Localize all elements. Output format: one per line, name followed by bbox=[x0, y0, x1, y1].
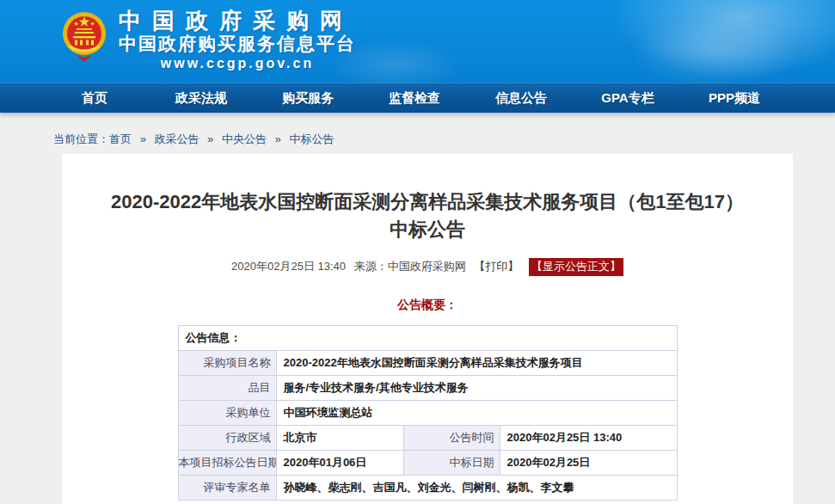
site-header: 中国政府采购网 中国政府购买服务信息平台 www.ccgp.gov.cn bbox=[0, 0, 835, 83]
nav-item-home[interactable]: 首页 bbox=[41, 90, 148, 107]
row-value: 北京市 bbox=[276, 426, 403, 451]
table-row: 公告信息： bbox=[178, 326, 677, 351]
site-text: 中国政府采购网 中国政府购买服务信息平台 www.ccgp.gov.cn bbox=[119, 9, 356, 73]
row-value: 服务/专业技术服务/其他专业技术服务 bbox=[276, 376, 677, 401]
row-value: 2020年01月06日 bbox=[276, 451, 403, 476]
breadcrumb-separator: » bbox=[207, 132, 213, 145]
nav-item-gpa[interactable]: GPA专栏 bbox=[574, 90, 681, 107]
nav-item-ppp[interactable]: PPP频道 bbox=[681, 90, 788, 107]
table-row: 采购项目名称 2020-2022年地表水国控断面采测分离样品采集技术服务项目 bbox=[178, 351, 677, 376]
table-row: 行政区域 北京市 公告时间 2020年02月25日 13:40 bbox=[178, 426, 677, 451]
breadcrumb: 当前位置：首页 » 政采公告 » 中央公告 » 中标公告 bbox=[0, 113, 835, 154]
site-url: www.ccgp.gov.cn bbox=[119, 54, 356, 73]
nav-item-supervision[interactable]: 监督检查 bbox=[361, 90, 468, 107]
article-meta: 2020年02月25日 13:40 来源：中国政府采购网 【打印】 【显示公告正… bbox=[62, 258, 793, 276]
breadcrumb-prefix: 当前位置： bbox=[53, 132, 109, 145]
site-title: 中国政府采购网 bbox=[119, 9, 356, 33]
show-full-notice-button[interactable]: 【显示公告正文】 bbox=[529, 258, 623, 276]
row-label: 采购项目名称 bbox=[178, 351, 276, 376]
row-label: 本项目招标公告日期 bbox=[178, 451, 276, 476]
row-value: 2020年02月25日 13:40 bbox=[500, 426, 677, 451]
print-button[interactable]: 【打印】 bbox=[474, 260, 519, 273]
row-value: 中国环境监测总站 bbox=[276, 401, 677, 426]
nav-item-regulations[interactable]: 政采法规 bbox=[148, 90, 255, 107]
row-label: 中标日期 bbox=[403, 451, 500, 476]
breadcrumb-separator: » bbox=[275, 132, 281, 145]
site-logo[interactable]: 中国政府采购网 中国政府购买服务信息平台 www.ccgp.gov.cn bbox=[0, 0, 835, 73]
page-title: 2020-2022年地表水国控断面采测分离样品采集技术服务项目（包1至包17）中… bbox=[62, 154, 793, 243]
announcement-info-table: 公告信息： 采购项目名称 2020-2022年地表水国控断面采测分离样品采集技术… bbox=[178, 325, 678, 501]
row-label: 评审专家名单 bbox=[178, 476, 276, 501]
table-row: 评审专家名单 孙晓峰、柴志刚、吉国凡、刘金光、闫树刚、杨凯、李文攀 bbox=[178, 476, 677, 501]
row-value: 孙晓峰、柴志刚、吉国凡、刘金光、闫树刚、杨凯、李文攀 bbox=[276, 476, 677, 501]
article-source: 来源：中国政府采购网 bbox=[354, 260, 466, 273]
summary-heading: 公告概要： bbox=[62, 298, 793, 313]
breadcrumb-separator: » bbox=[140, 132, 146, 145]
row-label: 品目 bbox=[178, 376, 276, 401]
national-emblem-icon bbox=[62, 10, 107, 64]
main-navigation: 首页 政采法规 购买服务 监督检查 信息公告 GPA专栏 PPP频道 bbox=[0, 83, 835, 113]
breadcrumb-link-procurement-notices[interactable]: 政采公告 bbox=[154, 132, 199, 145]
content-panel: 2020-2022年地表水国控断面采测分离样品采集技术服务项目（包1至包17）中… bbox=[62, 154, 793, 504]
row-value: 2020-2022年地表水国控断面采测分离样品采集技术服务项目 bbox=[276, 351, 677, 376]
breadcrumb-link-award-notices[interactable]: 中标公告 bbox=[289, 132, 334, 145]
nav-item-announcements[interactable]: 信息公告 bbox=[468, 90, 574, 107]
row-label: 采购单位 bbox=[178, 401, 276, 426]
table-section-title: 公告信息： bbox=[178, 326, 677, 351]
table-row: 采购单位 中国环境监测总站 bbox=[178, 401, 677, 426]
row-value: 2020年02月25日 bbox=[500, 451, 677, 476]
site-subtitle: 中国政府购买服务信息平台 bbox=[119, 33, 356, 54]
breadcrumb-link-central-notices[interactable]: 中央公告 bbox=[222, 132, 267, 145]
publish-datetime: 2020年02月25日 13:40 bbox=[231, 260, 346, 273]
nav-item-purchase-services[interactable]: 购买服务 bbox=[255, 90, 361, 107]
row-label: 行政区域 bbox=[178, 426, 276, 451]
table-row: 本项目招标公告日期 2020年01月06日 中标日期 2020年02月25日 bbox=[178, 451, 677, 476]
row-label: 公告时间 bbox=[403, 426, 500, 451]
table-row: 品目 服务/专业技术服务/其他专业技术服务 bbox=[178, 376, 677, 401]
breadcrumb-link-home[interactable]: 首页 bbox=[109, 132, 132, 145]
